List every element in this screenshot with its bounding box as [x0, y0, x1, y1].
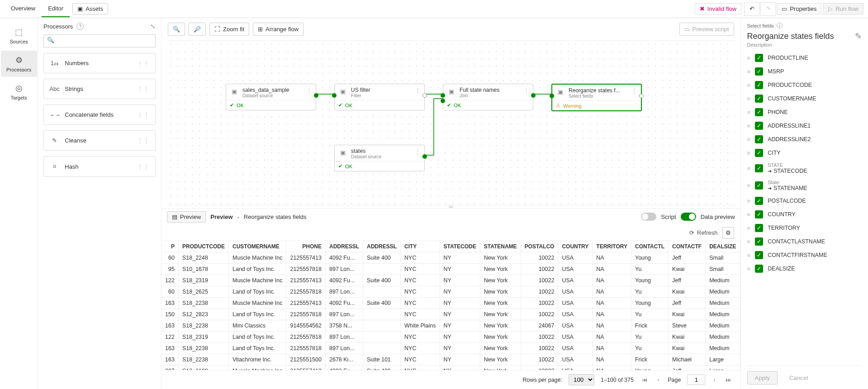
field-checkbox[interactable]: ✓	[755, 135, 763, 143]
rp-description[interactable]: Description	[747, 42, 862, 47]
info-icon[interactable]: i	[777, 23, 783, 28]
drag-handle-icon[interactable]: ≡	[747, 211, 751, 218]
column-header[interactable]: STATENAME	[480, 241, 521, 252]
zoom-out-button[interactable]: 🔎	[189, 23, 206, 36]
output-port[interactable]	[314, 93, 318, 98]
table-row[interactable]: 163S18_2238Muscle Machine Inc21255574134…	[161, 297, 740, 308]
field-row[interactable]: ≡ ✓ ADDRESSLINE1	[747, 122, 862, 130]
drag-handle-icon[interactable]: ≡	[747, 198, 751, 204]
column-header[interactable]: PRODUCTCODE	[178, 241, 228, 252]
field-checkbox[interactable]: ✓	[755, 181, 763, 190]
prev-page-button[interactable]: ‹	[656, 376, 661, 384]
field-checkbox[interactable]: ✓	[755, 237, 763, 246]
column-header[interactable]: CONTACTL	[631, 241, 668, 252]
processor-card-strings[interactable]: Abc Strings ⋮⋮	[43, 79, 156, 99]
output-port[interactable]	[531, 93, 536, 98]
zoom-fit-button[interactable]: ⛶ Zoom fit	[209, 23, 249, 36]
drag-handle-icon[interactable]: ≡	[747, 123, 751, 129]
node-menu-icon[interactable]: ⋮	[631, 87, 637, 94]
drag-handle-icon[interactable]: ≡	[747, 150, 751, 157]
preview-mode-chip[interactable]: ▤ Preview	[167, 211, 206, 223]
rail-sources[interactable]: ⬚ Sources	[1, 23, 37, 49]
field-checkbox[interactable]: ✓	[755, 67, 763, 76]
table-row[interactable]: 163S18_2238Vitachrome Inc.21255515002678…	[161, 354, 740, 365]
data-preview-toggle[interactable]	[681, 213, 696, 221]
processor-search-input[interactable]	[43, 34, 156, 47]
node-menu-icon[interactable]: ⋮	[415, 87, 421, 94]
processor-card-hash[interactable]: ⌗ Hash ⋮⋮	[43, 156, 156, 177]
column-header[interactable]: ADDRESSL	[363, 241, 401, 252]
field-checkbox[interactable]: ✓	[755, 108, 763, 116]
table-row[interactable]: 150S12_2823Land of Toys Inc.212555781889…	[161, 308, 740, 320]
processor-card-concatenate-fields[interactable]: ⫠⫠ Concatenate fields ⋮⋮	[43, 104, 156, 125]
column-header[interactable]: STATECODE	[440, 241, 480, 252]
table-row[interactable]: 207S12_1108Muscle Machine Inc21255574134…	[161, 365, 740, 370]
column-header[interactable]: TERRITORY	[593, 241, 631, 252]
flow-node-n4[interactable]: ▣ Reorganize states f... Select fields ⋮…	[551, 84, 642, 111]
drag-handle-icon[interactable]: ≡	[747, 266, 751, 272]
field-row[interactable]: ≡ ✓ MSRP	[747, 67, 862, 76]
column-header[interactable]: CITY	[401, 241, 440, 252]
edit-title-icon[interactable]: ✎	[855, 31, 862, 41]
field-checkbox[interactable]: ✓	[755, 251, 763, 259]
rail-processors[interactable]: ⚙ Processors	[1, 51, 37, 77]
field-row[interactable]: ≡ ✓ CONTACTFIRSTNAME	[747, 251, 862, 259]
arrange-flow-button[interactable]: ⊞ Arrange flow	[253, 23, 304, 36]
table-row[interactable]: 60S18_2625Land of Toys Inc.2125557818897…	[161, 286, 740, 297]
drag-handle-icon[interactable]: ⋮⋮	[137, 137, 150, 144]
field-checkbox[interactable]: ✓	[755, 54, 763, 62]
field-checkbox[interactable]: ✓	[755, 81, 763, 89]
node-menu-icon[interactable]: ⋮	[306, 87, 312, 94]
column-header[interactable]: POSTALCO	[521, 241, 558, 252]
flow-node-n1[interactable]: ▣ sales_data_sample Dataset source ⋮ ✔ O…	[226, 84, 316, 110]
drag-handle-icon[interactable]: ≡	[747, 68, 751, 75]
next-page-button[interactable]: ›	[711, 376, 717, 384]
column-header[interactable]: CONTACTF	[669, 241, 706, 252]
rail-targets[interactable]: ◎ Targets	[1, 79, 37, 105]
field-row[interactable]: ≡ ✓ CUSTOMERNAME	[747, 95, 862, 103]
field-checkbox[interactable]: ✓	[755, 149, 763, 157]
cancel-button[interactable]: Cancel	[782, 371, 816, 384]
flow-node-n3[interactable]: ▣ Full state names Join ⋮ ✔ OK	[443, 84, 533, 110]
table-row[interactable]: 163S18_2238Land of Toys Inc.212555781889…	[161, 342, 740, 354]
field-row[interactable]: ≡ ✓ PRODUCTLINE	[747, 54, 862, 62]
output-port[interactable]	[422, 93, 427, 98]
field-row[interactable]: ≡ ✓ CONTACTLASTNAME	[747, 237, 862, 246]
field-row[interactable]: ≡ ✓ CITY	[747, 149, 862, 157]
rows-per-page-select[interactable]: 100	[569, 374, 594, 385]
table-row[interactable]: 122S18_2319Muscle Machine Inc21255574134…	[161, 275, 740, 286]
tab-editor[interactable]: Editor	[42, 0, 70, 17]
drag-handle-icon[interactable]: ≡	[747, 225, 751, 232]
column-header[interactable]: ADDRESSL	[325, 241, 363, 252]
drag-handle-icon[interactable]: ⋮⋮	[137, 111, 150, 118]
field-checkbox[interactable]: ✓	[755, 224, 763, 232]
field-row[interactable]: ≡ ✓ COUNTRY	[747, 210, 862, 218]
field-checkbox[interactable]: ✓	[755, 265, 763, 273]
field-checkbox[interactable]: ✓	[755, 95, 763, 103]
drag-handle-icon[interactable]: ≡	[747, 238, 751, 245]
first-page-button[interactable]: ⏮	[640, 376, 650, 384]
processor-card-numbers[interactable]: 1₂₃ Numbers ⋮⋮	[43, 53, 156, 73]
assets-button[interactable]: ▣ Assets	[72, 3, 108, 14]
table-row[interactable]: 122S18_2319Land of Toys Inc.212555781889…	[161, 331, 740, 342]
field-row[interactable]: ≡ ✓ TERRITORY	[747, 224, 862, 232]
drag-handle-icon[interactable]: ⋮⋮	[137, 85, 150, 92]
node-menu-icon[interactable]: ⋮	[523, 87, 529, 94]
script-toggle[interactable]	[641, 213, 656, 221]
undo-button[interactable]: ↶	[744, 2, 759, 16]
table-row[interactable]: 60S18_2248Muscle Machine Inc212555741340…	[161, 252, 740, 263]
output-port[interactable]	[422, 154, 427, 159]
table-row[interactable]: 163S18_2238Mini Classics91455545623758 N…	[161, 320, 740, 331]
drag-handle-icon[interactable]: ≡	[747, 55, 751, 62]
help-icon[interactable]: ?	[76, 23, 84, 30]
drag-handle-icon[interactable]: ≡	[747, 136, 751, 143]
field-checkbox[interactable]: ✓	[755, 122, 763, 130]
field-row[interactable]: ≡ ✓ STATE ➔STATECODE	[747, 162, 862, 174]
flow-node-n5[interactable]: ▣ states Dataset source ⋮ ✔ OK	[334, 145, 425, 171]
apply-button[interactable]: Apply	[747, 371, 778, 384]
field-row[interactable]: ≡ ✓ ADDRESSLINE2	[747, 135, 862, 143]
flow-node-n2[interactable]: ▣ US filter Filter ⋮ ✔ OK	[334, 84, 425, 110]
drag-handle-icon[interactable]: ⋮⋮	[137, 60, 150, 66]
page-input[interactable]	[687, 375, 705, 385]
field-checkbox[interactable]: ✓	[755, 210, 763, 218]
